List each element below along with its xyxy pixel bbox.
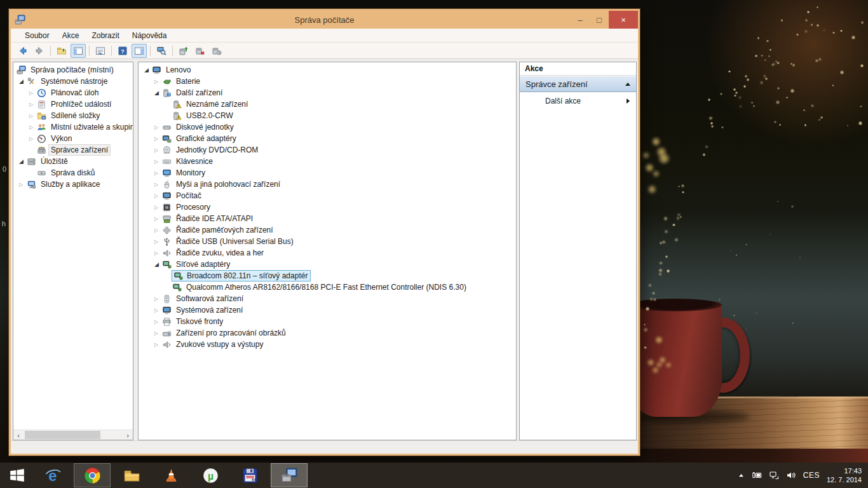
tree-item[interactable]: ▷Tiskové fronty: [139, 316, 516, 327]
expand-expander-icon[interactable]: ▷: [18, 182, 26, 187]
minimize-button[interactable]: –: [571, 11, 590, 29]
menu-soubor[interactable]: Soubor: [18, 29, 56, 42]
taskbar-computer-management-button[interactable]: [271, 463, 308, 487]
expand-expander-icon[interactable]: ▷: [154, 308, 161, 313]
expand-expander-icon[interactable]: ▷: [154, 170, 161, 176]
expand-expander-icon[interactable]: ▷: [154, 147, 161, 153]
expand-expander-icon[interactable]: ▷: [154, 330, 161, 336]
toolbar-scan-for-hardware-changes-button[interactable]: [154, 44, 169, 58]
tree-item[interactable]: Neznámé zařízení: [139, 98, 516, 110]
tree-item[interactable]: ▷Systémová zařízení: [139, 304, 516, 316]
menu-npovda[interactable]: Nápověda: [126, 29, 173, 42]
tree-item[interactable]: ▷Jednotky DVD/CD-ROM: [139, 144, 516, 156]
toolbar-show-console-tree-button[interactable]: [71, 44, 86, 58]
tree-item[interactable]: ▷Grafické adaptéry: [139, 133, 516, 144]
collapse-expander-icon[interactable]: ◢: [154, 261, 161, 268]
toolbar-help-button[interactable]: ?: [115, 44, 130, 58]
tree-item[interactable]: ▷22Sdílené složky: [13, 110, 133, 121]
tree-item[interactable]: ▷Klávesnice: [139, 156, 516, 167]
tree-item[interactable]: ◢Síťové adaptéry: [139, 259, 516, 270]
tree-item[interactable]: Správa disků: [13, 167, 133, 179]
collapse-expander-icon[interactable]: ◢: [154, 90, 161, 96]
start-button[interactable]: [0, 463, 34, 488]
toolbar-up-one-level-button[interactable]: [54, 44, 69, 58]
expand-expander-icon[interactable]: ▷: [154, 193, 161, 199]
expand-expander-icon[interactable]: ▷: [154, 205, 161, 210]
toolbar-scan-hardware-button[interactable]: [209, 44, 224, 58]
menu-zobrazit[interactable]: Zobrazit: [85, 29, 125, 42]
tree-item[interactable]: ◢Lenovo: [139, 64, 516, 76]
expand-expander-icon[interactable]: ▷: [154, 342, 161, 348]
tree-item[interactable]: ▷Řadiče zvuku, videa a her: [139, 247, 516, 259]
expand-expander-icon[interactable]: ▷: [154, 125, 161, 130]
titlebar[interactable]: Správa počítače – □ ×: [11, 11, 638, 29]
toolbar-update-driver-button[interactable]: [176, 44, 191, 58]
scroll-left-arrow-icon[interactable]: ‹: [13, 430, 24, 440]
scrollbar-track[interactable]: [24, 430, 123, 440]
tree-item[interactable]: Správce zařízení: [13, 144, 133, 156]
clock[interactable]: 17:43 12. 7. 2014: [827, 466, 862, 484]
expand-expander-icon[interactable]: ▷: [154, 319, 161, 325]
tree-item[interactable]: ▷Řadiče USB (Universal Serial Bus): [139, 236, 516, 247]
expand-expander-icon[interactable]: ▷: [154, 182, 161, 187]
collapse-expander-icon[interactable]: ◢: [18, 78, 26, 85]
expand-expander-icon[interactable]: ▷: [154, 216, 161, 222]
close-button[interactable]: ×: [609, 11, 638, 29]
expand-expander-icon[interactable]: ▷: [154, 79, 161, 85]
expand-expander-icon[interactable]: ▷: [154, 227, 161, 233]
collapse-section-icon[interactable]: [625, 83, 630, 86]
tree-item[interactable]: ▷Zvukové vstupy a výstupy: [139, 339, 516, 350]
taskbar-chrome-button[interactable]: [74, 463, 111, 487]
collapse-expander-icon[interactable]: ◢: [144, 67, 151, 73]
power-icon[interactable]: [752, 470, 762, 480]
collapse-expander-icon[interactable]: ◢: [18, 158, 26, 165]
expand-expander-icon[interactable]: ▷: [154, 136, 161, 142]
network-tray-icon[interactable]: [769, 470, 779, 480]
toolbar-show-action-pane-button[interactable]: [132, 44, 147, 58]
taskbar-internet-explorer-button[interactable]: e: [34, 463, 71, 487]
expand-expander-icon[interactable]: ▷: [29, 113, 36, 119]
tree-item[interactable]: Broadcom 802.11n – síťový adaptér: [139, 270, 516, 281]
tree-item[interactable]: ◢Systémové nástroje: [13, 76, 133, 87]
tree-item[interactable]: ▷Služby a aplikace: [13, 179, 133, 190]
tree-item[interactable]: Qualcomm Atheros AR8162/8166/8168 PCI-E …: [139, 281, 516, 293]
tree-item[interactable]: ◢Úložiště: [13, 156, 133, 167]
actions-section-header[interactable]: Správce zařízení: [520, 76, 636, 92]
expand-expander-icon[interactable]: ▷: [154, 250, 161, 256]
chevron-up-icon[interactable]: [738, 472, 745, 479]
tree-item[interactable]: ▷Řadiče IDE ATA/ATAPI: [139, 213, 516, 224]
tree-item[interactable]: ▷Místní uživatelé a skupiny: [13, 121, 133, 133]
toolbar-back-button[interactable]: [15, 44, 31, 58]
maximize-button[interactable]: □: [590, 11, 609, 29]
tree-item[interactable]: ▷Baterie: [139, 76, 516, 87]
taskbar-vlc-button[interactable]: [153, 463, 189, 487]
expand-expander-icon[interactable]: ▷: [29, 136, 36, 142]
more-actions-item[interactable]: Další akce: [520, 92, 636, 109]
tree-item[interactable]: ▷Procesory: [139, 201, 516, 213]
expand-expander-icon[interactable]: ▷: [154, 159, 161, 165]
menu-akce[interactable]: Akce: [56, 29, 86, 42]
taskbar-total-commander-64-button[interactable]: 64: [231, 463, 268, 487]
tree-item[interactable]: ▷Prohlížeč událostí: [13, 98, 133, 110]
tree-item[interactable]: ▷Softwarová zařízení: [139, 293, 516, 304]
toolbar-properties-button[interactable]: [93, 44, 108, 58]
tree-item[interactable]: ▷Počítač: [139, 190, 516, 201]
expand-expander-icon[interactable]: ▷: [29, 90, 36, 96]
horizontal-scrollbar[interactable]: ‹ ›: [13, 430, 133, 440]
expand-expander-icon[interactable]: ▷: [154, 296, 161, 302]
expand-expander-icon[interactable]: ▷: [29, 102, 36, 107]
tree-item[interactable]: ▷Plánovač úloh: [13, 87, 133, 98]
tree-item[interactable]: ▷Myši a jiná polohovací zařízení: [139, 179, 516, 190]
tree-item[interactable]: ▷Výkon: [13, 133, 133, 144]
toolbar-forward-button[interactable]: [32, 44, 47, 58]
tree-item[interactable]: Správa počítače (místní): [13, 64, 133, 76]
tree-item[interactable]: ▷Zařízení pro zpracování obrázků: [139, 327, 516, 339]
toolbar-uninstall-device-button[interactable]: [193, 44, 208, 58]
taskbar-file-explorer-button[interactable]: [113, 463, 150, 487]
tree-item[interactable]: ▷Diskové jednotky: [139, 121, 516, 133]
tree-item[interactable]: ▷Monitory: [139, 167, 516, 179]
expand-expander-icon[interactable]: ▷: [154, 239, 161, 245]
language-indicator[interactable]: CES: [803, 471, 820, 480]
expand-expander-icon[interactable]: ▷: [29, 125, 36, 130]
tree-item[interactable]: USB2.0-CRW: [139, 110, 516, 121]
